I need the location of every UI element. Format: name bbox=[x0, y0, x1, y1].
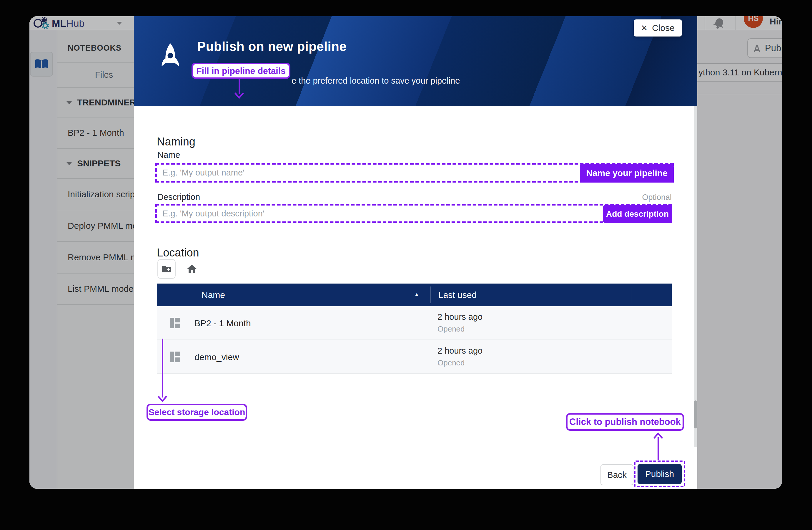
rocket-icon bbox=[160, 43, 181, 67]
view-icon bbox=[170, 318, 180, 328]
row-status: Opened bbox=[437, 324, 465, 334]
app-window: MLHub HS Hin bbox=[29, 16, 782, 489]
annotation-arrow bbox=[238, 79, 240, 94]
folder-plus-icon bbox=[161, 265, 172, 273]
column-divider bbox=[631, 287, 632, 303]
publish-modal: Publish on new pipeline e the preferred … bbox=[134, 16, 697, 489]
annotation-click-publish: Click to publish notebook bbox=[566, 413, 684, 431]
column-header-last-used[interactable]: Last used bbox=[438, 290, 477, 300]
row-status: Opened bbox=[437, 358, 465, 367]
description-input-wrapper bbox=[155, 204, 672, 223]
screenshot-stage: MLHub HS Hin bbox=[0, 0, 812, 530]
row-name: BP2 - 1 Month bbox=[194, 318, 251, 328]
publish-button[interactable]: Publish bbox=[638, 464, 682, 484]
close-icon: × bbox=[641, 23, 647, 33]
name-label: Name bbox=[157, 150, 180, 160]
annotation-arrow bbox=[162, 339, 163, 398]
badge-label: Add description bbox=[606, 209, 669, 219]
badge-label: Name your pipeline bbox=[586, 168, 668, 178]
table-row-bp2[interactable]: BP2 - 1 Month 2 hours ago Opened bbox=[157, 306, 672, 340]
location-table: Name ▲ Last used BP2 - 1 Month 2 hours a… bbox=[157, 283, 672, 375]
annotation-arrow bbox=[657, 437, 659, 460]
name-input[interactable] bbox=[162, 165, 574, 181]
modal-title: Publish on new pipeline bbox=[197, 39, 347, 54]
description-label: Description bbox=[157, 192, 200, 202]
annotation-label: Fill in pipeline details bbox=[196, 66, 285, 76]
annotation-fill-details: Fill in pipeline details bbox=[191, 63, 290, 79]
annotation-label: Click to publish notebook bbox=[569, 417, 681, 427]
annotation-label: Select storage location bbox=[148, 407, 245, 417]
column-header-name[interactable]: Name bbox=[202, 290, 225, 300]
location-heading: Location bbox=[157, 247, 199, 259]
modal-scrollbar-track[interactable] bbox=[694, 106, 697, 447]
row-last-used: 2 hours ago bbox=[437, 312, 482, 322]
close-button[interactable]: × Close bbox=[634, 19, 682, 37]
description-input[interactable] bbox=[162, 206, 574, 221]
modal-header: Publish on new pipeline e the preferred … bbox=[134, 16, 697, 106]
annotation-name-badge: Name your pipeline bbox=[580, 164, 674, 183]
column-divider bbox=[195, 287, 195, 303]
naming-heading: Naming bbox=[157, 136, 195, 148]
new-folder-button[interactable] bbox=[157, 259, 176, 279]
back-button[interactable]: Back bbox=[600, 464, 634, 485]
arrow-down-icon bbox=[158, 395, 167, 403]
modal-subtitle: e the preferred location to save your pi… bbox=[292, 76, 460, 86]
row-name: demo_view bbox=[194, 352, 239, 362]
home-icon bbox=[187, 264, 197, 274]
annotation-description-badge: Add description bbox=[603, 205, 672, 223]
row-last-used: 2 hours ago bbox=[437, 346, 482, 356]
view-icon bbox=[170, 351, 180, 362]
annotation-select-storage: Select storage location bbox=[146, 404, 247, 421]
optional-label: Optional bbox=[619, 193, 672, 202]
modal-footer: Back Publish bbox=[134, 447, 697, 489]
table-row-demo-view[interactable]: demo_view 2 hours ago Opened bbox=[157, 340, 672, 374]
arrow-down-icon bbox=[234, 92, 244, 99]
table-header: Name ▲ Last used bbox=[157, 283, 672, 306]
sort-ascending-icon[interactable]: ▲ bbox=[414, 292, 419, 297]
home-button[interactable] bbox=[186, 263, 198, 275]
modal-scrollbar-thumb[interactable] bbox=[694, 401, 697, 429]
close-label: Close bbox=[652, 23, 675, 33]
